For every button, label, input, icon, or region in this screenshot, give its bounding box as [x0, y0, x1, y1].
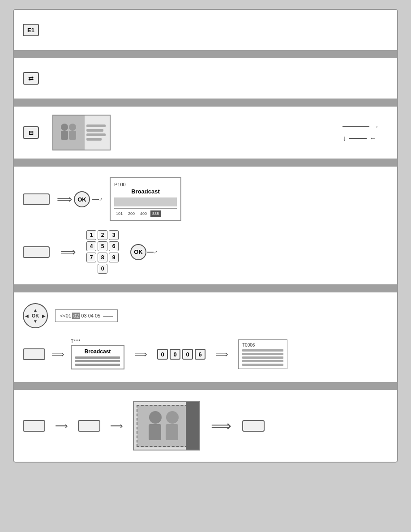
section-6: ⟹ ⟹ ⟹	[14, 390, 397, 462]
numkey-6[interactable]: 6	[109, 241, 119, 251]
arrow-line-bottom	[349, 138, 367, 139]
ok-button-1[interactable]: OK	[74, 191, 90, 207]
small-button-1[interactable]	[23, 193, 50, 205]
small-button-6b[interactable]	[78, 420, 100, 432]
numkey-3[interactable]: 3	[109, 230, 119, 240]
ok-cursor-indicator: ↗	[92, 197, 103, 202]
screen-preview	[52, 115, 111, 150]
e3-icon-symbol: ⊟	[29, 129, 34, 136]
numkey-2[interactable]: 2	[98, 230, 107, 240]
ch-prev: <<01	[60, 313, 71, 318]
preview-image	[53, 116, 85, 150]
nav-circle[interactable]: ◀ ▲ OK ▼ ▶	[23, 303, 48, 328]
ok-label-2: OK	[134, 249, 143, 255]
code-digit-0b[interactable]: 0	[170, 349, 180, 360]
numkey-9[interactable]: 9	[109, 253, 119, 262]
arrow-to-ok: ⟹	[57, 193, 72, 206]
numkey-0[interactable]: 0	[98, 264, 107, 274]
numkey-5[interactable]: 5	[98, 241, 107, 251]
cursor-line-2	[147, 252, 154, 253]
preview-line-3	[86, 133, 106, 136]
code-digit-6[interactable]: 6	[195, 349, 206, 360]
ch-03: 03 04 05	[81, 313, 100, 318]
section-1: E1	[14, 10, 397, 50]
s5-row1: ◀ ▲ OK ▼ ▶ <<01 02 03 04 05 ——	[23, 303, 118, 328]
s1-content: E1	[23, 24, 388, 36]
arrow-left-bottom: ←	[369, 134, 377, 142]
channel-selector-box: <<01 02 03 04 05 ——	[55, 309, 118, 322]
bcast-title-small: Broadcast	[75, 348, 120, 355]
s3-content: ⊟	[23, 115, 388, 150]
small-button-6a[interactable]	[23, 420, 45, 432]
broadcast-small-container: T**** Broadcast	[71, 339, 124, 369]
arrow-6c: ⟹	[211, 417, 231, 434]
t0006-lines	[242, 349, 283, 366]
ch-200: 200	[126, 210, 137, 217]
preview-text-area	[85, 116, 110, 150]
svg-rect-4	[69, 131, 76, 140]
s5-row2: ⟹ T**** Broadcast ⟹ 0 0 0 6	[23, 339, 287, 369]
ok-label-1: OK	[77, 196, 86, 203]
ch-400: 400	[138, 210, 149, 217]
small-button-6c[interactable]	[242, 420, 265, 432]
divider-5	[14, 382, 397, 390]
nav-down-icon: ▼	[33, 319, 38, 324]
cursor-line	[92, 199, 99, 200]
broadcast-small-box: Broadcast	[71, 345, 124, 369]
arrow-line-top	[342, 126, 369, 127]
arrow-5c: ⟹	[215, 349, 228, 360]
numkey-1[interactable]: 1	[86, 230, 96, 240]
section-5: ◀ ▲ OK ▼ ▶ <<01 02 03 04 05 —— ⟹	[14, 292, 397, 382]
preview-line-2	[86, 129, 103, 132]
t0006-line-3	[242, 356, 283, 359]
t-label: T****	[71, 339, 124, 344]
arrow-to-numpad: ⟹	[60, 246, 76, 258]
e2-icon-symbol: ⇄	[28, 75, 34, 82]
ch-101: 101	[114, 210, 124, 217]
numkey-4[interactable]: 4	[86, 241, 96, 251]
person-illustration	[56, 119, 82, 146]
sidebar-tab	[186, 402, 199, 450]
arrow-5a: ⟹	[51, 349, 64, 360]
broadcast-title-1: Broadcast	[114, 188, 177, 195]
ch-888: 888	[150, 210, 161, 217]
cursor-symbol-2: ↗	[154, 249, 157, 254]
section-3: ⊟	[14, 107, 397, 159]
ok-group-2: OK ↗	[130, 244, 157, 260]
ch-dashes: ——	[103, 313, 113, 318]
t0006-line-4	[242, 360, 283, 362]
code-digit-0c[interactable]: 0	[182, 349, 193, 360]
ch-02: 02	[72, 313, 80, 319]
t0006-box: T0006	[238, 339, 287, 369]
main-container: E1 ⇄ ⊟	[13, 9, 398, 463]
numkey-8[interactable]: 8	[98, 253, 107, 262]
s4-row1: ⟹ OK ↗ P100 Broadcast 101 200 400 888	[23, 177, 181, 221]
svg-point-3	[69, 124, 76, 131]
code-digit-0[interactable]: 0	[157, 349, 168, 360]
arrow-diagram: → ↓ ←	[342, 123, 379, 142]
t0006-title: T0006	[242, 343, 283, 348]
nav-left-icon: ◀	[25, 313, 29, 318]
t0006-line-5	[242, 364, 283, 366]
nav-ok-label: OK	[32, 313, 39, 318]
ok-arrow-group: ⟹ OK ↗	[57, 191, 103, 207]
t0006-line-1	[242, 349, 283, 352]
arrow-5b: ⟹	[134, 349, 147, 360]
final-screen	[133, 401, 200, 450]
ok-button-2[interactable]: OK	[130, 244, 146, 260]
bcast-lines	[75, 356, 120, 366]
arrow-6a: ⟹	[55, 420, 68, 431]
svg-rect-2	[61, 131, 68, 140]
small-button-5a[interactable]	[23, 348, 45, 360]
preview-line-4	[86, 138, 102, 141]
bcast-line-3	[75, 364, 120, 366]
t0006-line-2	[242, 353, 283, 355]
svg-point-1	[61, 124, 68, 131]
arrow-6b: ⟹	[110, 420, 123, 431]
numkey-7[interactable]: 7	[86, 253, 96, 262]
divider-4	[14, 284, 397, 292]
small-button-2[interactable]	[23, 246, 50, 258]
e2-button-icon[interactable]: ⇄	[23, 72, 39, 85]
e1-button-icon[interactable]: E1	[23, 24, 39, 36]
e3-button-icon[interactable]: ⊟	[23, 126, 39, 139]
